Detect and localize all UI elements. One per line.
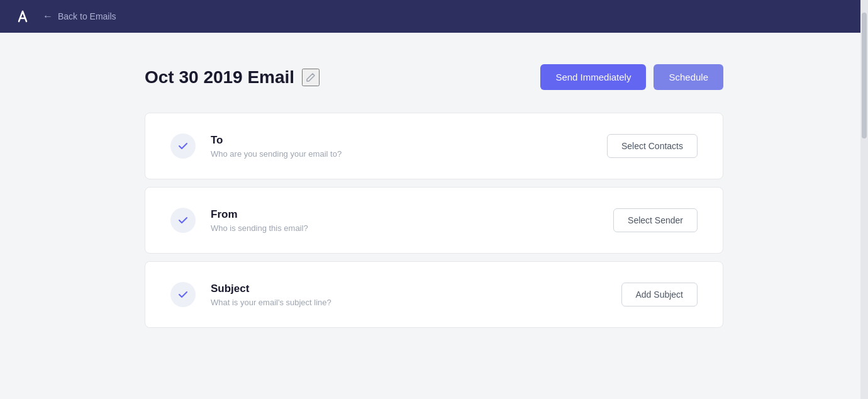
to-card: To Who are you sending your email to? Se… bbox=[145, 113, 723, 179]
send-immediately-button[interactable]: Send Immediately bbox=[540, 64, 646, 90]
app-logo bbox=[13, 6, 33, 26]
check-icon bbox=[177, 289, 189, 300]
subject-label: Subject bbox=[211, 283, 606, 295]
page-title: Oct 30 2019 Email bbox=[145, 67, 294, 87]
from-hint: Who is sending this email? bbox=[211, 223, 598, 233]
from-card: From Who is sending this email? Select S… bbox=[145, 187, 723, 254]
subject-card: Subject What is your email's subject lin… bbox=[145, 261, 723, 328]
to-card-action: Select Contacts bbox=[607, 134, 698, 158]
from-check-circle bbox=[170, 208, 196, 233]
main-content: Oct 30 2019 Email Send Immediately Sched… bbox=[120, 33, 748, 367]
add-subject-button[interactable]: Add Subject bbox=[621, 283, 698, 306]
to-label: To bbox=[211, 134, 592, 147]
from-label: From bbox=[211, 208, 598, 221]
to-check-circle bbox=[170, 133, 196, 159]
select-sender-button[interactable]: Select Sender bbox=[613, 208, 698, 232]
select-contacts-button[interactable]: Select Contacts bbox=[607, 134, 698, 158]
top-navigation: ← Back to Emails bbox=[0, 0, 868, 33]
back-to-emails-link[interactable]: ← Back to Emails bbox=[43, 11, 116, 22]
page-header: Oct 30 2019 Email Send Immediately Sched… bbox=[145, 64, 723, 90]
back-arrow-icon: ← bbox=[43, 11, 53, 22]
edit-title-button[interactable] bbox=[302, 69, 320, 86]
page-actions: Send Immediately Schedule bbox=[540, 64, 723, 90]
pencil-icon bbox=[306, 72, 316, 82]
check-icon bbox=[177, 140, 189, 152]
to-hint: Who are you sending your email to? bbox=[211, 149, 592, 159]
cards-container: To Who are you sending your email to? Se… bbox=[145, 113, 723, 328]
to-card-body: To Who are you sending your email to? bbox=[211, 134, 592, 159]
subject-card-action: Add Subject bbox=[621, 283, 698, 306]
subject-hint: What is your email's subject line? bbox=[211, 298, 606, 307]
scrollbar-track[interactable] bbox=[860, 0, 868, 399]
subject-check-circle bbox=[170, 282, 196, 307]
check-icon bbox=[177, 215, 189, 226]
subject-card-body: Subject What is your email's subject lin… bbox=[211, 283, 606, 307]
from-card-action: Select Sender bbox=[613, 208, 698, 232]
from-card-body: From Who is sending this email? bbox=[211, 208, 598, 233]
scrollbar-thumb[interactable] bbox=[862, 13, 867, 138]
schedule-button[interactable]: Schedule bbox=[654, 64, 723, 90]
page-title-area: Oct 30 2019 Email bbox=[145, 67, 320, 87]
back-link-label: Back to Emails bbox=[58, 11, 116, 21]
